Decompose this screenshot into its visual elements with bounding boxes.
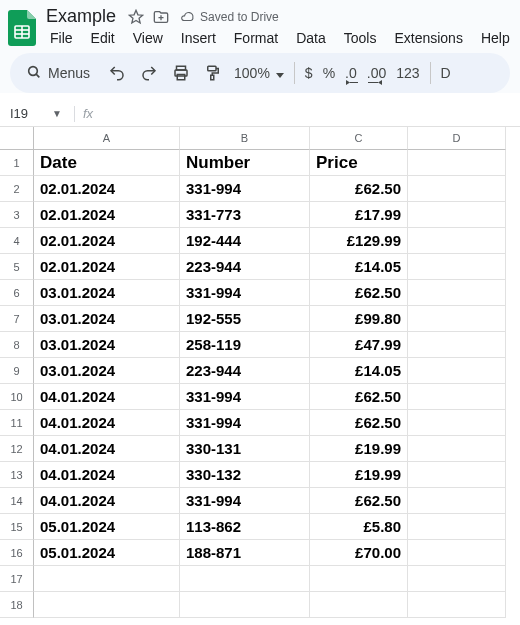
cell[interactable] xyxy=(180,566,310,592)
row-header[interactable]: 4 xyxy=(0,228,34,254)
formula-bar[interactable] xyxy=(97,101,520,126)
currency-button[interactable]: $ xyxy=(301,58,317,88)
row-header[interactable]: 15 xyxy=(0,514,34,540)
row-header[interactable]: 16 xyxy=(0,540,34,566)
row-header[interactable]: 10 xyxy=(0,384,34,410)
cell[interactable]: 04.01.2024 xyxy=(34,488,180,514)
redo-button[interactable] xyxy=(134,58,164,88)
cell[interactable]: £70.00 xyxy=(310,540,408,566)
menu-format[interactable]: Format xyxy=(226,27,286,49)
cell[interactable]: 223-944 xyxy=(180,358,310,384)
col-header-b[interactable]: B xyxy=(180,127,310,150)
cell[interactable]: 02.01.2024 xyxy=(34,228,180,254)
cell[interactable] xyxy=(408,436,506,462)
doc-title[interactable]: Example xyxy=(42,6,120,27)
number-format-dropdown[interactable]: 123 xyxy=(392,58,423,88)
cell[interactable] xyxy=(408,332,506,358)
cell[interactable] xyxy=(408,384,506,410)
cell[interactable] xyxy=(408,228,506,254)
print-button[interactable] xyxy=(166,58,196,88)
cell[interactable]: 331-773 xyxy=(180,202,310,228)
row-header[interactable]: 8 xyxy=(0,332,34,358)
cell[interactable]: 02.01.2024 xyxy=(34,176,180,202)
decrease-decimals-button[interactable]: .0 xyxy=(341,58,361,88)
row-header[interactable]: 18 xyxy=(0,592,34,618)
cell[interactable]: £19.99 xyxy=(310,462,408,488)
row-header[interactable]: 3 xyxy=(0,202,34,228)
cell[interactable] xyxy=(408,202,506,228)
cell[interactable]: £14.05 xyxy=(310,254,408,280)
menu-edit[interactable]: Edit xyxy=(83,27,123,49)
truncated-controls[interactable]: D xyxy=(437,58,455,88)
cloud-icon[interactable] xyxy=(178,10,196,24)
row-header[interactable]: 6 xyxy=(0,280,34,306)
row-header[interactable]: 7 xyxy=(0,306,34,332)
cell[interactable]: £99.80 xyxy=(310,306,408,332)
row-header[interactable]: 12 xyxy=(0,436,34,462)
cell[interactable]: £62.50 xyxy=(310,280,408,306)
row-header[interactable]: 17 xyxy=(0,566,34,592)
cell[interactable]: 04.01.2024 xyxy=(34,410,180,436)
row-header[interactable]: 5 xyxy=(0,254,34,280)
chevron-down-icon[interactable]: ▼ xyxy=(44,108,70,119)
cell[interactable]: £62.50 xyxy=(310,384,408,410)
cell[interactable]: 331-994 xyxy=(180,280,310,306)
menu-data[interactable]: Data xyxy=(288,27,334,49)
cell[interactable]: £62.50 xyxy=(310,410,408,436)
percent-button[interactable]: % xyxy=(319,58,339,88)
row-header[interactable]: 11 xyxy=(0,410,34,436)
cell[interactable]: 05.01.2024 xyxy=(34,514,180,540)
cell[interactable]: 223-944 xyxy=(180,254,310,280)
cell[interactable] xyxy=(310,566,408,592)
cell[interactable]: 192-444 xyxy=(180,228,310,254)
name-box[interactable]: I19 xyxy=(0,106,44,121)
cell[interactable]: £19.99 xyxy=(310,436,408,462)
cell[interactable] xyxy=(34,566,180,592)
star-icon[interactable] xyxy=(128,9,144,25)
menu-help[interactable]: Help xyxy=(473,27,518,49)
cell[interactable]: 258-119 xyxy=(180,332,310,358)
move-icon[interactable] xyxy=(152,9,170,25)
cell[interactable]: 113-862 xyxy=(180,514,310,540)
menu-tools[interactable]: Tools xyxy=(336,27,385,49)
cell[interactable]: 330-131 xyxy=(180,436,310,462)
cell[interactable]: 04.01.2024 xyxy=(34,462,180,488)
col-header-a[interactable]: A xyxy=(34,127,180,150)
menu-view[interactable]: View xyxy=(125,27,171,49)
menu-insert[interactable]: Insert xyxy=(173,27,224,49)
search-menus-button[interactable]: Menus xyxy=(16,60,100,87)
cell[interactable]: 05.01.2024 xyxy=(34,540,180,566)
row-header[interactable]: 9 xyxy=(0,358,34,384)
cell[interactable] xyxy=(408,566,506,592)
cell[interactable] xyxy=(180,592,310,618)
cell[interactable] xyxy=(408,488,506,514)
cell[interactable]: 03.01.2024 xyxy=(34,306,180,332)
cell[interactable]: 331-994 xyxy=(180,410,310,436)
cell[interactable]: £62.50 xyxy=(310,488,408,514)
cell[interactable]: 04.01.2024 xyxy=(34,436,180,462)
row-header[interactable]: 1 xyxy=(0,150,34,176)
cell[interactable]: 188-871 xyxy=(180,540,310,566)
cell[interactable]: £14.05 xyxy=(310,358,408,384)
sheets-logo-icon[interactable] xyxy=(8,10,36,49)
paint-format-button[interactable] xyxy=(198,58,228,88)
cell[interactable]: 03.01.2024 xyxy=(34,358,180,384)
select-all-corner[interactable] xyxy=(0,127,34,150)
cell[interactable] xyxy=(310,592,408,618)
cell[interactable] xyxy=(408,592,506,618)
cell[interactable] xyxy=(34,592,180,618)
menu-file[interactable]: File xyxy=(42,27,81,49)
cell[interactable]: 331-994 xyxy=(180,488,310,514)
cell[interactable] xyxy=(408,150,506,176)
cell[interactable]: £129.99 xyxy=(310,228,408,254)
cell[interactable] xyxy=(408,514,506,540)
row-header[interactable]: 14 xyxy=(0,488,34,514)
cell[interactable]: £17.99 xyxy=(310,202,408,228)
cell[interactable]: Price xyxy=(310,150,408,176)
row-header[interactable]: 2 xyxy=(0,176,34,202)
cell[interactable]: 04.01.2024 xyxy=(34,384,180,410)
undo-button[interactable] xyxy=(102,58,132,88)
cell[interactable] xyxy=(408,254,506,280)
cell[interactable]: 03.01.2024 xyxy=(34,332,180,358)
cell[interactable]: £62.50 xyxy=(310,176,408,202)
